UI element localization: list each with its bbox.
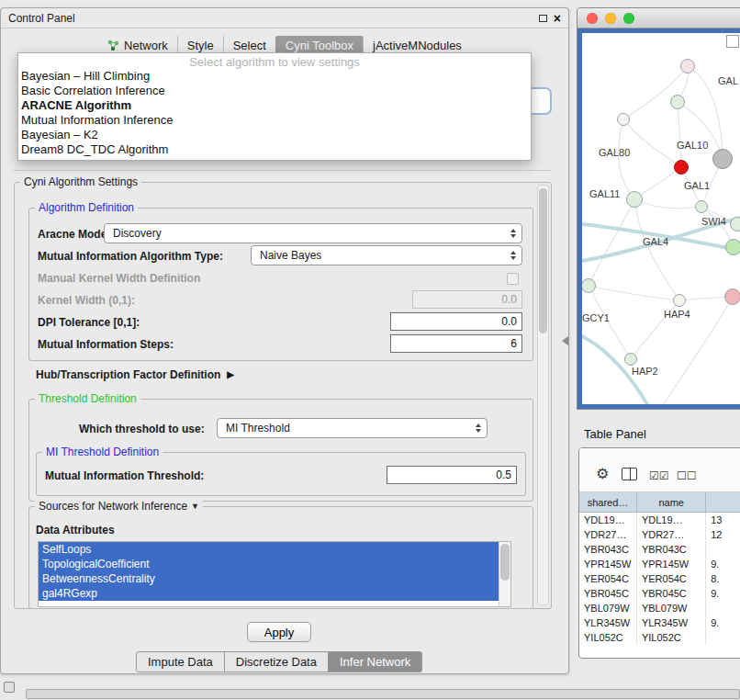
menu-item-bayesian-hill-climbing[interactable]: Bayesian – Hill Climbing [18,69,531,84]
network-tab-icon [107,40,119,51]
which-threshold-value: MI Threshold [226,422,290,435]
apply-button[interactable]: Apply [247,622,311,642]
list-scrollbar[interactable] [499,542,510,606]
node-label: GAL11 [589,188,620,199]
network-node[interactable] [695,200,708,213]
column-header-name[interactable]: name [637,492,706,512]
table-row[interactable]: YLR345WYLR345W9. [579,615,740,630]
table-row[interactable]: YDL19…YDL19…13 [579,513,740,527]
list-item-selfloops[interactable]: SelfLoops [39,542,499,557]
column-header-shared-name[interactable]: shared… [579,492,637,512]
control-panel-window: Control Panel × Network Style Select Cyn… [0,7,569,674]
node-label: GAL [718,75,738,86]
menu-item-basic-correlation[interactable]: Basic Correlation Inference [18,84,531,98]
tab-discretize-data[interactable]: Discretize Data [224,651,329,672]
algorithm-definition-title: Algorithm Definition [35,201,138,214]
bottom-tab-bar: Impute Data Discretize Data Infer Networ… [136,651,422,672]
table-row[interactable]: YDR27…YDR27…12 [579,527,740,542]
mi-threshold-field[interactable] [387,466,517,484]
hub-tf-definition-toggle[interactable]: Hub/Transcription Factor Definition▶ [36,368,234,381]
aracne-mode-value: Discovery [113,227,162,240]
list-item-gal4rgexp[interactable]: gal4RGexp [39,586,499,601]
menu-item-aracne[interactable]: ARACNE Algorithm [18,98,531,113]
show-checked-columns-icon[interactable]: ☑☑ [649,469,669,483]
mi-algorithm-type-select[interactable]: Naive Bayes [251,245,522,265]
zoom-traffic-light[interactable] [623,13,634,24]
node-label: GAL80 [599,147,630,158]
network-node[interactable] [680,59,695,73]
network-node[interactable] [673,294,686,307]
tab-infer-network[interactable]: Infer Network [328,651,422,672]
cyni-algorithm-settings-title: Cyni Algorithm Settings [20,175,141,188]
network-canvas[interactable]: GAL80 GAL10 GAL1 GAL11 SWI4 GAL4 GCY1 HA… [582,33,740,404]
list-scrollbar-thumb[interactable] [500,544,510,581]
network-window-titlebar [577,8,740,28]
mi-threshold-definition-title: MI Threshold Definition [42,446,163,458]
settings-scrollbar-thumb[interactable] [539,188,547,333]
window-corner-icon[interactable] [4,682,15,693]
mi-algorithm-type-label: Mutual Information Algorithm Type: [38,250,223,263]
kernel-width-field[interactable] [412,290,522,309]
close-window-icon[interactable]: × [554,12,561,25]
combo-arrows-icon [476,423,481,433]
dpi-tolerance-label: DPI Tolerance [0,1]: [38,316,140,329]
table-row[interactable]: YIL052CYIL052C [579,630,740,645]
manual-kernel-width-checkbox[interactable] [507,273,519,285]
network-node[interactable] [617,113,630,126]
table-row[interactable]: YBR043CYBR043C [579,542,740,557]
minimize-traffic-light[interactable] [605,13,616,24]
network-node[interactable] [730,217,740,231]
gear-icon[interactable]: ⚙ [596,467,609,481]
data-attributes-list: SelfLoops TopologicalCoefficient Between… [38,541,511,607]
which-threshold-select[interactable]: MI Threshold [217,418,488,438]
kernel-width-label: Kernel Width (0,1): [38,294,135,307]
settings-scrollbar[interactable] [537,185,549,605]
table-row[interactable]: YER054CYER054C8. [579,571,740,586]
network-node[interactable] [725,239,740,255]
window-controls: × [539,12,561,25]
float-window-icon[interactable] [539,15,547,22]
network-view-window: GAL80 GAL10 GAL1 GAL11 SWI4 GAL4 GCY1 HA… [577,7,740,410]
menu-item-bayesian-k2[interactable]: Bayesian – K2 [18,128,531,142]
network-node-hap2[interactable] [624,353,637,366]
network-overview-box [726,35,739,48]
table-row[interactable]: YBR045CYBR045C9. [579,586,740,601]
which-threshold-label: Which threshold to use: [79,423,205,435]
network-node[interactable] [712,149,733,169]
horizontal-scrollbar[interactable] [26,689,740,699]
data-attributes-label: Data Attributes [36,524,115,536]
tab-impute-data[interactable]: Impute Data [136,651,225,672]
list-item-betweennesscentrality[interactable]: BetweennessCentrality [39,571,499,586]
columns-icon[interactable] [622,468,637,480]
column-header-clipped[interactable] [706,492,740,512]
combo-arrows-icon [510,251,516,260]
collapse-down-icon: ▼ [191,502,199,511]
list-item-topologicalcoefficient[interactable]: TopologicalCoefficient [39,557,499,571]
table-toolbar: ⚙ ☑☑ ☐☐ [579,448,740,492]
menu-item-dream8[interactable]: Dream8 DC_TDC Algorithm [18,142,531,157]
table-panel-title: Table Panel [584,427,646,441]
sources-title[interactable]: Sources for Network Inference▼ [35,500,203,513]
close-traffic-light[interactable] [587,13,598,24]
panel-splitter-arrow[interactable] [562,336,568,345]
table-body: YDL19…YDL19…13 YDR27…YDR27…12 YBR043CYBR… [579,513,740,645]
node-label: GAL1 [684,180,710,191]
window-title: Control Panel [8,12,75,25]
network-node-gal11[interactable] [626,191,643,208]
network-node[interactable] [724,288,740,305]
table-header-row: shared… name [579,492,740,513]
mi-steps-field[interactable] [390,334,522,353]
table-row[interactable]: YBL079WYBL079W [579,601,740,615]
network-node[interactable] [670,95,685,109]
algorithm-dropdown-popup: Select algorithm to view settings Bayesi… [17,52,532,161]
aracne-mode-label: Aracne Mode: [38,228,110,241]
menu-item-mutual-information[interactable]: Mutual Information Inference [18,113,531,128]
manual-kernel-width-label: Manual Kernel Width Definition [38,272,200,285]
aracne-mode-select[interactable]: Discovery [104,223,522,243]
node-label: GAL10 [677,140,708,151]
network-node-gal10[interactable] [674,160,689,175]
obscured-group-border [14,170,552,171]
dpi-tolerance-field[interactable] [390,312,522,331]
hide-columns-icon[interactable]: ☐☐ [677,469,697,483]
table-row[interactable]: YPR145WYPR145W9. [579,557,740,571]
